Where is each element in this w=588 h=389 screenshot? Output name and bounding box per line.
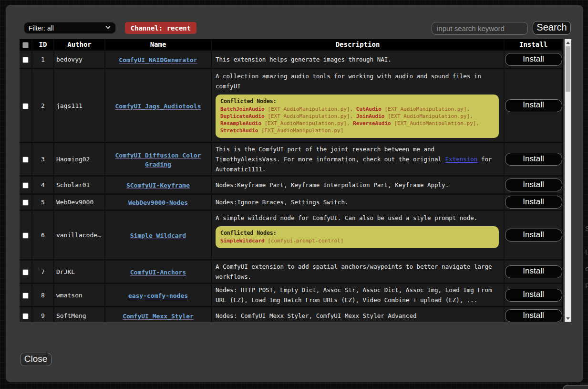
custom-nodes-install-dialog: Filter: all Channel: recent Search ID Au… [6,5,583,382]
extension-name-link[interactable]: ComfyUI_NAIDGenerator [119,56,197,63]
row-id: 3 [32,143,53,175]
custom-nodes-table: ID Author Name Description Install 1 bed… [20,39,563,322]
row-description: Nodes: ComfyUI Mexx Styler, ComfyUI Mexx… [212,307,504,322]
background-menu-fragment: P [585,282,588,290]
row-author: Haoming02 [54,143,104,175]
table-row: 4 Scholar01 SComfyUI-Keyframe Nodes:Keyf… [20,177,562,193]
row-checkbox[interactable] [22,200,29,206]
conflict-node: DuplicateAudio [220,113,265,119]
table-row: 5 WebDev9000 WebDev9000-Nodes Nodes:Igno… [20,195,562,210]
conflicted-nodes-warning: Conflicted Nodes: BatchJoinAudio [EXT_Au… [216,95,499,138]
conflict-node: StretchAudio [220,127,258,134]
install-button[interactable]: Install [505,179,562,191]
column-header-author: Author [54,39,104,50]
install-button[interactable]: Install [505,309,562,322]
search-button[interactable]: Search [533,21,571,35]
background-menu-fragment: S [585,224,588,232]
row-id: 7 [32,261,53,283]
extension-name-link[interactable]: ComfyUI-Anchors [130,269,186,276]
row-id: 9 [32,307,53,322]
comfyui-canvas-background: { "header_bar": { "filter_label": "Filte… [0,0,588,389]
table-row: 3 Haoming02 ComfyUI Diffusion Color Grad… [20,143,562,175]
install-button[interactable]: Install [505,153,562,166]
extension-name-link[interactable]: WebDev9000-Nodes [128,199,188,206]
column-header-description: Description [212,39,504,50]
conflict-source: [comfyui-prompt-control] [265,238,344,244]
description-text: This is the ComfyUI port of the joint re… [216,146,445,163]
extension-name-link[interactable]: ComfyUI_Mexx_Styler [123,313,194,320]
extension-name-link[interactable]: ComfyUI Diffusion Color Grading [115,152,201,168]
select-all-checkbox[interactable] [22,42,29,48]
row-id: 6 [32,211,53,259]
row-author: WebDev9000 [54,195,104,210]
row-checkbox[interactable] [22,103,29,109]
search-input[interactable] [432,22,528,35]
row-checkbox[interactable] [22,182,29,189]
filter-dropdown-value: Filter: all [29,24,54,32]
background-button-fragment [563,385,588,389]
row-checkbox[interactable] [22,157,29,163]
row-description: Nodes:Keyframe Part, Keyframe Interpolat… [212,177,504,193]
extension-name-link[interactable]: SComfyUI-Keyframe [126,182,190,189]
extension-name-link[interactable]: ComfyUI_Jags_Audiotools [115,103,201,110]
conflict-node: ReverseAudio [353,120,391,126]
triangle-up-icon [566,42,570,44]
conflict-node: BatchJoinAudio [220,106,265,112]
row-checkbox[interactable] [22,293,29,299]
table-row: 7 DrJKL ComfyUI-Anchors A ComfyUI extens… [20,261,562,283]
row-author: Scholar01 [54,177,104,193]
row-author: bedovyy [54,51,104,68]
filter-dropdown[interactable]: Filter: all [24,22,116,34]
row-id: 8 [32,284,53,306]
row-id: 4 [32,177,53,193]
conflict-title: Conflicted Nodes: [220,230,494,237]
install-button[interactable]: Install [505,289,562,302]
conflict-node: SimpleWildcard [220,238,265,244]
install-button[interactable]: Install [505,265,562,278]
conflict-source: [EXT_AudioManipulation.py], [261,120,353,126]
row-checkbox[interactable] [22,269,29,275]
row-description: This is the ComfyUI port of the joint re… [212,143,504,175]
column-header-name: Name [105,39,211,50]
row-description: A collection amazing audio tools for wor… [212,69,504,142]
conflict-source: [EXT_AudioManipulation.py], [265,113,356,119]
conflict-source: [EXT_AudioManipulation.py], [265,106,356,112]
row-id: 1 [32,51,53,68]
row-checkbox[interactable] [22,313,29,319]
conflict-node: JoinAudio [356,113,385,119]
chevron-down-icon [106,24,111,29]
table-scrollbar[interactable] [565,39,571,322]
extension-name-link[interactable]: easy-comfy-nodes [128,292,188,299]
conflict-source: [EXT_AudioManipulation.py] [258,127,343,134]
install-button[interactable]: Install [505,229,562,242]
extension-name-link[interactable]: Simple Wildcard [130,232,186,239]
table-row: 9 SoftMeng ComfyUI_Mexx_Styler Nodes: Co… [20,307,562,322]
nodes-table-viewport: ID Author Name Description Install 1 bed… [20,39,565,322]
header-checkbox-cell [20,39,31,50]
table-header-row: ID Author Name Description Install [20,39,562,50]
conflict-node: ResampleAudio [220,120,261,126]
row-id: 5 [32,195,53,210]
install-button[interactable]: Install [505,53,562,66]
row-checkbox[interactable] [22,57,29,63]
background-menu-fragment: L [585,248,588,256]
table-row: 6 vanillacode… Simple Wildcard A simple … [20,211,562,259]
scrollbar-thumb[interactable] [566,46,570,92]
row-author: jags111 [54,69,104,142]
row-author: DrJKL [54,261,104,283]
conflict-source: [EXT_AudioManipulation.py], [384,113,473,119]
row-id: 2 [32,69,53,142]
install-button[interactable]: Install [505,196,562,209]
triangle-down-icon [566,317,570,320]
install-button[interactable]: Install [505,99,562,112]
external-extension-link[interactable]: Extension [445,156,478,163]
channel-badge[interactable]: Channel: recent [125,22,196,34]
scroll-up-button[interactable] [565,39,571,46]
scroll-down-button[interactable] [565,315,571,322]
row-description: Nodes:Ignore Braces, Settings Switch. [212,195,504,210]
description-text: A collection amazing audio tools for wor… [216,73,481,90]
close-button[interactable]: Close [20,353,52,366]
row-description: A simple wildcard node for ComfyUI. Can … [212,211,504,259]
column-header-id: ID [32,39,53,50]
row-checkbox[interactable] [22,232,29,239]
